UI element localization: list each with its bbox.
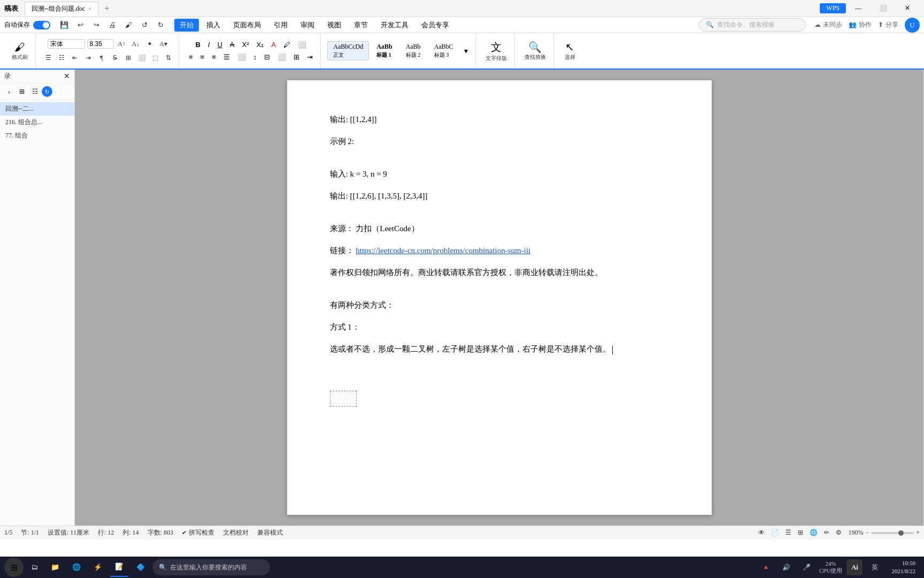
tab-close-btn[interactable]: × <box>88 6 91 12</box>
doc-wrapper[interactable]: 输出: [[1,2,4]] 示例 2: 输入: k = 3, n = 9 输出:… <box>75 70 923 526</box>
align-left-btn[interactable]: ≡ <box>186 52 196 62</box>
doc-tab[interactable]: 回溯--组合问题.doc × <box>25 2 98 16</box>
sidebar-nav-expand[interactable]: ⊞ <box>16 86 28 97</box>
border-btn2[interactable]: ⬜ <box>295 40 310 50</box>
spell-check-btn[interactable]: ✔ 拼写检查 <box>182 528 214 537</box>
doc-page[interactable]: 输出: [[1,2,4]] 示例 2: 输入: k = 3, n = 9 输出:… <box>287 80 712 515</box>
bold-btn[interactable]: B <box>192 40 203 50</box>
align-right-btn[interactable]: ≡ <box>209 52 219 62</box>
undo2-btn[interactable]: ↺ <box>137 18 152 33</box>
indent-btn[interactable]: ⇥ <box>304 52 316 62</box>
add-tab-btn[interactable]: + <box>99 1 114 16</box>
multi-col-btn[interactable]: ⊞ <box>290 52 303 62</box>
para-shade-btn[interactable]: ⊟ <box>261 52 273 62</box>
menu-devtools[interactable]: 开发工具 <box>375 19 414 32</box>
view-extra-icon-btn[interactable]: ⚙ <box>836 529 842 537</box>
taskbar-app-browser2[interactable]: ⚡ <box>88 558 107 577</box>
taskbar-app-ide[interactable]: 🔷 <box>131 558 150 577</box>
shading-btn[interactable]: ⬚ <box>149 52 161 64</box>
indent-right-btn[interactable]: ⇥ <box>82 52 94 64</box>
compat-mode-btn[interactable]: 兼容模式 <box>257 528 283 537</box>
zoom-out-btn[interactable]: − <box>865 529 869 537</box>
sidebar-item-1[interactable]: 216. 组合总... <box>0 116 74 129</box>
font-family-input[interactable] <box>48 39 85 49</box>
line-space-btn[interactable]: ↕ <box>250 52 260 62</box>
underline-btn[interactable]: U <box>214 40 225 50</box>
para-border-btn[interactable]: ⬜ <box>274 52 289 62</box>
view-web-btn[interactable]: ⊞ <box>798 529 803 537</box>
zoom-in-btn[interactable]: + <box>916 529 920 537</box>
sidebar-item-0[interactable]: 回溯--二... <box>0 102 74 116</box>
close-btn[interactable]: ✕ <box>895 0 920 17</box>
borders-btn[interactable]: ⬜ <box>136 52 148 64</box>
strikethrough-btn[interactable]: S̶ <box>109 52 121 64</box>
tray-network-icon[interactable]: 🔺 <box>758 559 774 575</box>
align-center-btn[interactable]: ≡ <box>197 52 208 62</box>
redo2-btn[interactable]: ↻ <box>153 18 168 33</box>
sort-btn[interactable]: ⇅ <box>163 52 174 64</box>
wps-account-btn[interactable]: WPS <box>820 3 846 13</box>
view-focus-btn[interactable]: ✏ <box>824 529 829 537</box>
autosave-toggle[interactable] <box>33 21 50 29</box>
subscript-btn[interactable]: X₂ <box>253 40 267 50</box>
sidebar-nav-refresh[interactable]: ↻ <box>42 86 52 97</box>
taskbar-clock[interactable]: 10:50 2021/8/22 <box>887 559 920 576</box>
menu-refs[interactable]: 引用 <box>268 19 293 32</box>
menu-vip[interactable]: 会员专享 <box>416 19 455 32</box>
view-print-btn[interactable]: ☰ <box>786 529 791 537</box>
menu-review[interactable]: 审阅 <box>295 19 320 32</box>
italic-btn[interactable]: I <box>205 40 213 50</box>
menu-chapter[interactable]: 章节 <box>349 19 373 32</box>
view-normal-btn[interactable]: 📄 <box>771 529 779 537</box>
lang-btn[interactable]: 英 <box>867 559 883 575</box>
link-text[interactable]: https://leetcode-cn.com/problems/combina… <box>356 246 530 255</box>
strikethrough-btn2[interactable]: A <box>227 40 238 50</box>
para-btn[interactable]: ¶ <box>96 52 107 64</box>
zoom-slider[interactable] <box>871 532 914 534</box>
collab-btn[interactable]: 👥 协作 <box>849 20 872 29</box>
font-size-shrink-btn[interactable]: A↓ <box>130 38 142 50</box>
start-btn[interactable]: ⊞ <box>4 558 24 577</box>
list-btn[interactable]: ☰ <box>42 52 54 64</box>
align-dist-btn[interactable]: ⬜ <box>234 52 249 62</box>
style-heading2[interactable]: AaBb标题 2 <box>400 41 427 60</box>
font-color-select-btn[interactable]: A▾ <box>158 38 170 50</box>
font-color-btn[interactable]: A <box>268 40 279 50</box>
text-layout-btn[interactable]: 文 文字排版 <box>482 38 510 64</box>
undo-btn[interactable]: ↩ <box>73 18 88 33</box>
superscript-btn[interactable]: X² <box>239 40 252 50</box>
taskbar-app-browser1[interactable]: 🌐 <box>67 558 86 577</box>
style-more-btn[interactable]: ▾ <box>461 41 471 60</box>
font-size-input[interactable] <box>87 39 114 49</box>
minimize-btn[interactable]: — <box>846 0 871 17</box>
list-num-btn[interactable]: ☷ <box>56 52 67 64</box>
maximize-btn[interactable]: ⬜ <box>871 0 895 17</box>
sidebar-nav-prev[interactable]: ‹ <box>3 86 15 97</box>
search-bar[interactable]: 🔍 查找命令、搜索模板 <box>699 18 806 32</box>
ai-btn[interactable]: Ai <box>846 559 863 575</box>
user-avatar[interactable]: U <box>905 18 920 33</box>
menu-insert[interactable]: 插入 <box>201 19 226 32</box>
table-btn[interactable]: ⊞ <box>122 52 134 64</box>
align-justify-btn[interactable]: ☰ <box>220 52 233 62</box>
select-btn[interactable]: ↖ 选择 <box>560 39 580 63</box>
menu-view[interactable]: 视图 <box>322 19 346 32</box>
cloud-sync-btn[interactable]: ☁ 未同步 <box>814 20 842 29</box>
taskbar-app-word[interactable]: 📝 <box>110 558 129 577</box>
view-outline-btn[interactable]: 🌐 <box>810 529 818 537</box>
sidebar-close-btn[interactable]: ✕ <box>64 72 70 81</box>
font-size-grow-btn[interactable]: A↑ <box>116 38 128 50</box>
sidebar-item-2[interactable]: 77. 组合 <box>0 129 74 142</box>
style-heading1[interactable]: AaBb标题 1 <box>371 41 398 60</box>
clear-format-btn[interactable]: ✦ <box>144 38 156 50</box>
save-btn[interactable]: 💾 <box>57 18 72 33</box>
redo-btn[interactable]: ↪ <box>89 18 104 33</box>
menu-layout[interactable]: 页面布局 <box>228 19 266 32</box>
taskbar-search[interactable]: 🔍 在这里输入你要搜索的内容 <box>152 559 270 575</box>
highlight-btn[interactable]: 🖊 <box>280 40 294 50</box>
taskbar-app-files[interactable]: 📁 <box>45 558 65 577</box>
tray-mic-icon[interactable]: 🎤 <box>799 559 815 575</box>
share-btn[interactable]: ⬆ 分享 <box>878 20 898 29</box>
style-normal[interactable]: AaBbCcDd正文 <box>327 41 369 60</box>
view-eye-btn[interactable]: 👁 <box>758 529 765 537</box>
